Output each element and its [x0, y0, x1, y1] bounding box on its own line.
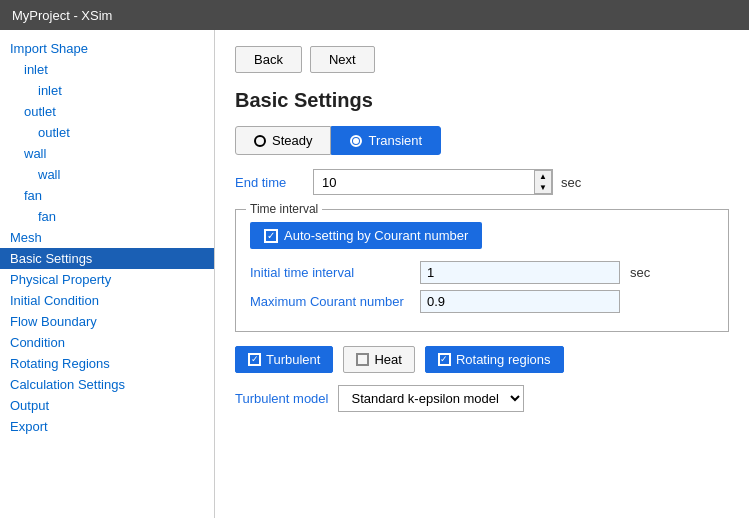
page-title: Basic Settings	[235, 89, 729, 112]
sidebar-item-rotating-regions[interactable]: Rotating Regions	[0, 353, 214, 374]
rotating-regions-checkbox-label: Rotating regions	[456, 352, 551, 367]
sidebar-item-inlet-1[interactable]: inlet	[0, 59, 214, 80]
content-area: Back Next Basic Settings Steady Transien…	[215, 30, 749, 518]
rotating-regions-checkbox-button[interactable]: Rotating regions	[425, 346, 564, 373]
sidebar-item-basic-settings[interactable]: Basic Settings	[0, 248, 214, 269]
sidebar: Import Shapeinletinletoutletoutletwallwa…	[0, 30, 215, 518]
sidebar-item-outlet-2[interactable]: outlet	[0, 122, 214, 143]
auto-setting-checkbox-icon	[264, 229, 278, 243]
turbulent-model-label: Turbulent model	[235, 391, 328, 406]
sidebar-item-calculation-settings[interactable]: Calculation Settings	[0, 374, 214, 395]
rotating-regions-checkbox-icon	[438, 353, 451, 366]
time-interval-legend: Time interval	[246, 202, 322, 216]
sidebar-item-outlet-1[interactable]: outlet	[0, 101, 214, 122]
back-button[interactable]: Back	[235, 46, 302, 73]
turbulent-checkbox-label: Turbulent	[266, 352, 320, 367]
max-courant-input[interactable]	[420, 290, 620, 313]
end-time-up-button[interactable]: ▲	[535, 171, 551, 182]
end-time-unit: sec	[561, 175, 581, 190]
end-time-input[interactable]	[314, 170, 534, 194]
end-time-label: End time	[235, 175, 305, 190]
sidebar-item-condition[interactable]: Condition	[0, 332, 214, 353]
sidebar-item-wall-2[interactable]: wall	[0, 164, 214, 185]
transient-label: Transient	[368, 133, 422, 148]
sidebar-item-output[interactable]: Output	[0, 395, 214, 416]
sidebar-item-import-shape[interactable]: Import Shape	[0, 38, 214, 59]
steady-mode-button[interactable]: Steady	[235, 126, 331, 155]
steady-label: Steady	[272, 133, 312, 148]
heat-checkbox-label: Heat	[374, 352, 401, 367]
sidebar-item-fan-2[interactable]: fan	[0, 206, 214, 227]
auto-setting-label: Auto-setting by Courant number	[284, 228, 468, 243]
sidebar-item-inlet-2[interactable]: inlet	[0, 80, 214, 101]
sidebar-item-wall-1[interactable]: wall	[0, 143, 214, 164]
turbulent-checkbox-icon	[248, 353, 261, 366]
app-title: MyProject - XSim	[12, 8, 112, 23]
sidebar-item-export[interactable]: Export	[0, 416, 214, 437]
sidebar-item-flow-boundary[interactable]: Flow Boundary	[0, 311, 214, 332]
initial-interval-input[interactable]	[420, 261, 620, 284]
initial-interval-unit: sec	[630, 265, 650, 280]
next-button[interactable]: Next	[310, 46, 375, 73]
transient-mode-button[interactable]: Transient	[331, 126, 441, 155]
end-time-down-button[interactable]: ▼	[535, 182, 551, 193]
auto-setting-button[interactable]: Auto-setting by Courant number	[250, 222, 482, 249]
turbulent-model-select[interactable]: Standard k-epsilon modelk-omega SSTLamin…	[338, 385, 524, 412]
transient-radio-icon	[350, 135, 362, 147]
sidebar-item-mesh[interactable]: Mesh	[0, 227, 214, 248]
heat-checkbox-icon	[356, 353, 369, 366]
initial-interval-label: Initial time interval	[250, 265, 410, 280]
max-courant-label: Maximum Courant number	[250, 294, 410, 309]
heat-checkbox-button[interactable]: Heat	[343, 346, 414, 373]
title-bar: MyProject - XSim	[0, 0, 749, 30]
steady-radio-icon	[254, 135, 266, 147]
sidebar-item-initial-condition[interactable]: Initial Condition	[0, 290, 214, 311]
sidebar-item-physical-property[interactable]: Physical Property	[0, 269, 214, 290]
turbulent-checkbox-button[interactable]: Turbulent	[235, 346, 333, 373]
sidebar-item-fan-1[interactable]: fan	[0, 185, 214, 206]
